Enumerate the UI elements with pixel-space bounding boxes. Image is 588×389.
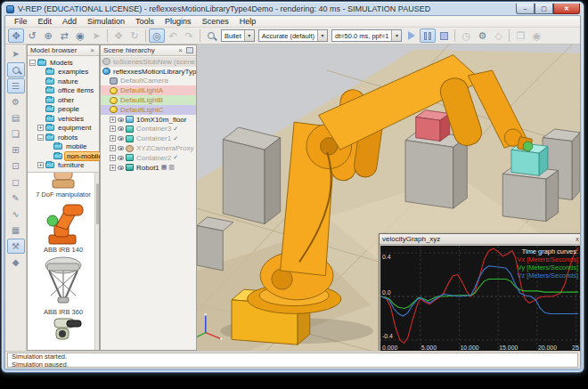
menu-item-add[interactable]: Add — [57, 17, 82, 26]
pause-button[interactable] — [420, 28, 436, 43]
visibility-eye-icon[interactable] — [118, 146, 124, 150]
velocity-graph-title: velocityGraph_xyz — [382, 235, 576, 243]
combo-value: dt=50.0 ms, ppf=1 — [332, 32, 391, 40]
tree-expander-icon[interactable]: + — [37, 125, 44, 131]
model-browser-button[interactable] — [7, 62, 25, 77]
visibility-eye-icon[interactable] — [118, 166, 124, 170]
menu-item-plugins[interactable]: Plugins — [159, 17, 197, 26]
scripts-button[interactable]: ❏ — [7, 126, 25, 142]
model-tree-item-robots[interactable]: –robots — [29, 133, 99, 142]
tree-expander-icon[interactable]: + — [110, 165, 116, 171]
model-tree-item-models[interactable]: –Models — [29, 58, 99, 68]
model-tree-item-vehicles[interactable]: vehicles — [29, 114, 99, 124]
chevron-down-icon[interactable]: ▾ — [391, 30, 401, 41]
tree-expander-icon[interactable]: + — [37, 162, 44, 168]
model-tree-item-other[interactable]: other — [29, 95, 99, 105]
collections-button[interactable]: ▤ — [7, 110, 25, 126]
camera-angle-button[interactable]: ◉ — [72, 28, 88, 43]
scene-hierarchy-close-icon[interactable]: × — [176, 46, 184, 54]
model-tree-item-non-mobile[interactable]: non-mobile — [29, 151, 99, 161]
tree-expander-icon[interactable]: + — [110, 145, 116, 151]
model-tree-item-office-items[interactable]: office items — [29, 86, 99, 96]
path-edit-button[interactable]: ∿ — [7, 207, 25, 222]
model-tree-item-examples[interactable]: examples — [29, 68, 99, 77]
close-button[interactable]: ✕ — [553, 4, 580, 14]
tree-expander-icon[interactable]: – — [37, 134, 44, 141]
stop-button[interactable] — [436, 28, 452, 43]
hierarchy-item-reflexxesmotionlibrarytype4dem[interactable]: reflexxesMotionLibraryType4Dem — [101, 67, 196, 77]
hierarchy-item-defaultcamera[interactable]: DefaultCamera — [101, 77, 196, 86]
tree-expander-icon[interactable]: + — [110, 117, 116, 123]
velocity-graph-close-icon[interactable]: x — [576, 235, 579, 243]
maximize-button[interactable]: ▢ — [535, 4, 553, 14]
hierarchy-item-xyzcameraproxy[interactable]: +XYZCameraProxy — [101, 143, 196, 153]
model-thumbnail-abb-irb-360[interactable]: ABB IRB 360 — [28, 255, 99, 317]
layers-button[interactable]: ▦ — [7, 223, 25, 238]
camera-zoom-button[interactable]: ⊕ — [40, 28, 56, 43]
dialogs-button[interactable]: ◻ — [7, 174, 25, 190]
toolbar-combo-2[interactable]: dt=50.0 ms, ppf=1▾ — [331, 29, 402, 42]
menu-item-edit[interactable]: Edit — [33, 17, 58, 26]
tree-expander-icon[interactable]: + — [110, 126, 116, 132]
chevron-down-icon[interactable]: ▾ — [317, 30, 327, 41]
hierarchy-item-robot1[interactable]: +Robot1▦ ▥ — [101, 163, 196, 173]
model-thumbnails: 7 DoF manipulatorABB IRB 140ABB IRB 360 — [28, 172, 99, 350]
model-browser-close-icon[interactable]: × — [88, 46, 96, 54]
menu-item-scenes[interactable]: Scenes — [197, 17, 234, 26]
pointer-settings-button[interactable]: ➤ — [7, 46, 25, 61]
minimize-button[interactable]: – — [516, 4, 535, 14]
tree-expander-icon[interactable]: + — [110, 155, 116, 161]
title-bar[interactable]: V-REP (EDUCATIONAL LICENSE) - reflexxesM… — [2, 2, 584, 15]
hierarchy-item-container1[interactable]: +Container1✓ — [101, 134, 196, 143]
hierarchy-item-defaultlightb[interactable]: DefaultLightB — [101, 95, 196, 105]
model-thumbnail-abb-irb-140[interactable]: ABB IRB 140 — [28, 199, 99, 255]
model-tree-item-equipment[interactable]: +equipment — [29, 124, 99, 134]
environment-button[interactable]: ⊞ — [7, 142, 25, 158]
camera-rotate-button[interactable]: ↺ — [24, 28, 40, 43]
hierarchy-item-10mx10m-floor[interactable]: +10mX10m_floor — [101, 115, 196, 125]
model-tree-item-nature[interactable]: nature — [29, 77, 99, 86]
menu-item-tools[interactable]: Tools — [130, 17, 159, 26]
visibility-eye-icon[interactable] — [118, 118, 124, 122]
user-settings-button[interactable]: ◆ — [7, 255, 25, 270]
dynamic-content-button[interactable]: ⚙ — [474, 28, 490, 43]
chevron-down-icon[interactable]: ▾ — [244, 30, 254, 41]
scene-hierarchy-button[interactable]: ☰ — [7, 78, 25, 93]
hierarchy-item-defaultlighta[interactable]: DefaultLightA — [101, 85, 196, 95]
hierarchy-item-defaultlightc[interactable]: DefaultLightC — [101, 105, 196, 115]
selection-button[interactable]: ⊡ — [7, 158, 25, 174]
toolbar-combo-0[interactable]: Bullet▾ — [221, 29, 255, 42]
toolbar-combo-1[interactable]: Accurate (default)▾ — [258, 29, 328, 42]
hierarchy-item-container2[interactable]: +Container2✓ — [101, 153, 196, 163]
calculation-modules-button[interactable]: ⚙ — [7, 94, 25, 109]
3d-viewport[interactable]: velocityGraph_xyz x 0.40.0-0.40.0005.000… — [197, 45, 580, 351]
tree-expander-icon[interactable]: + — [110, 135, 116, 142]
visibility-eye-icon[interactable] — [118, 156, 124, 160]
model-thumbnail-7-dof-manipulator[interactable]: 7 DoF manipulator — [28, 173, 99, 199]
camera-icon — [110, 77, 118, 85]
status-line: Simulation started. — [12, 353, 577, 361]
menu-item-help[interactable]: Help — [234, 17, 262, 26]
camera-shift-button[interactable]: ⇄ — [56, 28, 72, 43]
camera-pan-button[interactable]: ✥ — [8, 28, 24, 43]
thumbnails-scrollbar[interactable] — [94, 173, 99, 350]
model-thumbnail-item[interactable] — [28, 317, 99, 340]
svg-text:Vx [Meters/Seconds]: Vx [Meters/Seconds] — [518, 255, 578, 263]
visibility-eye-icon[interactable] — [118, 136, 124, 141]
velocity-graph-titlebar[interactable]: velocityGraph_xyz x — [380, 234, 580, 245]
menu-item-file[interactable]: File — [9, 17, 33, 26]
menu-item-simulation[interactable]: Simulation — [82, 17, 130, 26]
scene-hierarchy-page-icon[interactable] — [186, 47, 193, 53]
selection-mode-button[interactable]: ◎ — [149, 28, 165, 43]
model-tree-item-people[interactable]: people — [29, 105, 99, 115]
model-tree-item-mobile[interactable]: mobile — [29, 142, 99, 152]
tree-expander-icon[interactable]: – — [29, 60, 36, 66]
hierarchy-item-container3[interactable]: +Container3✓ — [101, 125, 196, 134]
magnifier-button[interactable] — [203, 28, 219, 43]
play-button[interactable] — [404, 28, 420, 43]
mechanism-button[interactable]: ⚒ — [7, 239, 25, 254]
visibility-eye-icon[interactable] — [118, 126, 124, 131]
hierarchy-item-toscenesstubnew-scene-1[interactable]: toScenesStubNew (scene 1) — [101, 57, 196, 67]
model-tree-item-furniture[interactable]: +furniture — [29, 161, 99, 171]
shape-edit-button[interactable]: ✎ — [7, 190, 25, 206]
